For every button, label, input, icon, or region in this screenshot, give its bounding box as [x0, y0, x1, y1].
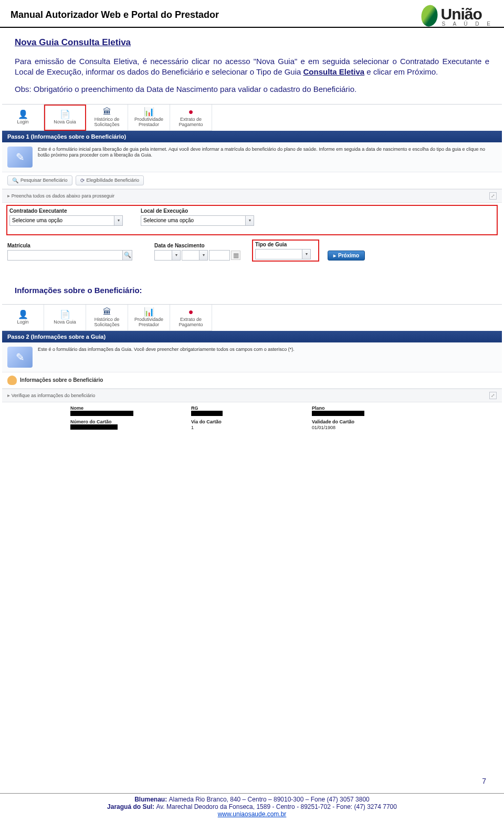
form-icon: ✎ [7, 147, 33, 168]
section-bar-preencha[interactable]: ▸ Preencha todos os dados abaixo para pr… [2, 189, 502, 203]
data-grid-row1: Nome RG Plano [2, 402, 502, 418]
value-via-cartao: 1 [191, 425, 265, 430]
toolbar-nova-guia[interactable]: 📄 Nova Guia [44, 305, 86, 331]
info-row: ✎ Este é o formulário inicial para liber… [2, 142, 502, 172]
redacted-rg [191, 411, 223, 416]
btn-pesquisar-beneficiario[interactable]: 🔍 Pesquisar Beneficiário [7, 175, 72, 185]
search-icon[interactable]: 🔍 [123, 250, 132, 261]
paragraph-2: Obs: Obrigatório o preenchimento da Data… [15, 84, 489, 95]
highlight-contratado-local: Contratado Executante ▾ Local de Execuçã… [6, 205, 498, 235]
archive-icon: 🏛 [103, 107, 111, 117]
select-local-input[interactable] [141, 215, 246, 226]
logo-main: União [441, 5, 482, 23]
select-mes[interactable]: ▾ [182, 250, 208, 261]
footer-line-1: Blumenau: Alameda Rio Branco, 840 – Cent… [0, 796, 504, 803]
p1-c: e clicar em Próximo. [364, 67, 438, 76]
redacted-numero-cartao [70, 424, 118, 430]
redacted-plano [312, 411, 364, 416]
screenshot-2: 👤 Login 📄 Nova Guia 🏛 Histórico de Solic… [2, 304, 502, 432]
label-tipo-guia: Tipo de Guia [255, 242, 316, 247]
dot-icon: ● [188, 307, 194, 317]
footer-city-2: Jaraguá do Sul: [107, 803, 156, 810]
chevron-right-icon: ▸ [7, 392, 12, 398]
chart-icon: 📊 [144, 307, 154, 317]
label-validade-cartao: Validade do Cartão [312, 419, 385, 424]
data-grid-row2: Número do Cartão Via do Cartão 1 Validad… [2, 418, 502, 432]
chevron-down-icon: ▾ [246, 215, 254, 226]
toolbar-produtividade[interactable]: 📊 Produtividade Prestador [128, 305, 170, 331]
step-banner-2: Passo 2 (Informações sobre a Guia) [2, 331, 502, 342]
label-plano: Plano [312, 405, 385, 411]
document-icon: 📄 [60, 310, 70, 319]
btn-label: Pesquisar Beneficiário [20, 178, 68, 183]
label-via-cartao: Via do Cartão [191, 419, 265, 424]
toolbar-historico[interactable]: 🏛 Histórico de Solicitações [86, 305, 128, 331]
toolbar-nova-guia[interactable]: 📄 Nova Guia [44, 105, 86, 131]
toolbar-login[interactable]: 👤 Login [2, 305, 44, 331]
doc-header: Manual Autorizador Web e Portal do Prest… [0, 0, 504, 28]
redacted-nome [70, 411, 133, 416]
search-icon: 🔍 [12, 178, 18, 183]
label-local: Local de Execução [141, 208, 261, 214]
toolbar-extrato[interactable]: ● Extrato de Pagamento [170, 305, 212, 331]
btn-proximo-label: Próximo [338, 253, 359, 258]
toolbar-label: Extrato de Pagamento [178, 317, 203, 328]
select-dia[interactable]: ▾ [154, 250, 181, 261]
benef-header: Informações sobre o Beneficiário [2, 372, 502, 389]
sub-heading-beneficiario: Informações sobre o Beneficiário: [0, 286, 504, 295]
toolbar-historico[interactable]: 🏛 Histórico de Solicitações [86, 105, 128, 131]
input-ano[interactable] [209, 250, 230, 261]
form-area-1: Contratado Executante ▾ Local de Execuçã… [2, 203, 502, 271]
sub-toolbar: 🔍 Pesquisar Beneficiário ⟳ Elegibilidade… [2, 172, 502, 189]
toolbar-2: 👤 Login 📄 Nova Guia 🏛 Histórico de Solic… [2, 305, 502, 331]
label-numero-cartao: Número do Cartão [70, 419, 144, 424]
section-bar-label: Preencha todos os dados abaixo para pros… [12, 193, 114, 199]
input-matricula[interactable] [7, 250, 123, 261]
expand-icon[interactable]: ⤢ [489, 192, 497, 200]
select-contratado[interactable]: ▾ [9, 215, 130, 226]
user-icon: 👤 [18, 310, 28, 319]
toolbar: 👤 Login 📄 Nova Guia 🏛 Histórico de Solic… [2, 105, 502, 131]
btn-proximo[interactable]: ▸ Próximo [328, 251, 365, 261]
calendar-icon[interactable]: ▦ [231, 251, 240, 260]
select-tipo-guia[interactable]: ▾ [255, 249, 316, 259]
person-icon [7, 376, 17, 385]
logo-sub: S A Ú D E [442, 21, 494, 27]
logo: União S A Ú D E [421, 5, 494, 27]
archive-icon: 🏛 [103, 307, 111, 317]
chevron-right-icon: ▸ [7, 193, 12, 199]
user-icon: 👤 [18, 110, 28, 119]
toolbar-label: Histórico de Solicitações [94, 317, 119, 328]
info-text: Este é o formulário inicial para liberaç… [38, 147, 497, 159]
footer-line-2: Jaraguá do Sul: Av. Marechal Deodoro da … [0, 803, 504, 810]
toolbar-login[interactable]: 👤 Login [2, 105, 44, 131]
document-icon: 📄 [60, 110, 70, 119]
toolbar-produtividade[interactable]: 📊 Produtividade Prestador [128, 105, 170, 131]
value-validade-cartao: 01/01/1908 [312, 425, 385, 430]
label-data-nascimento: Data de Nascimento [154, 243, 244, 248]
section-bar-verifique[interactable]: ▸ Verifique as informações do beneficiár… [2, 389, 502, 402]
btn-elegibilidade[interactable]: ⟳ Elegibilidade Beneficiário [76, 175, 144, 185]
section-bar-label: Verifique as informações do beneficiário [12, 393, 96, 398]
toolbar-label: Produtividade Prestador [134, 317, 163, 328]
step-banner-1: Passo 1 (Informações sobre o Beneficiári… [2, 131, 502, 142]
doc-title: Manual Autorizador Web e Portal do Prest… [10, 5, 219, 20]
label-matricula: Matrícula [7, 243, 144, 248]
section-heading: Nova Guia Consulta Eletiva [15, 37, 489, 48]
footer-link[interactable]: www.uniaosaude.com.br [218, 810, 287, 818]
chevron-down-icon: ▾ [172, 250, 181, 261]
select-contratado-input[interactable] [9, 215, 114, 226]
chevron-down-icon: ▾ [114, 215, 123, 226]
expand-icon[interactable]: ⤢ [489, 392, 497, 399]
body-text: Nova Guia Consulta Eletiva Para emissão … [0, 37, 504, 95]
p1-b: Consulta Eletiva [303, 67, 365, 76]
toolbar-label: Histórico de Solicitações [94, 117, 119, 128]
info-row-2: ✎ Este é o formulário das informações da… [2, 342, 502, 372]
toolbar-extrato[interactable]: ● Extrato de Pagamento [170, 105, 212, 131]
chevron-down-icon: ▾ [302, 249, 311, 259]
dot-icon: ● [188, 107, 194, 117]
select-local[interactable]: ▾ [141, 215, 261, 226]
leaf-icon [419, 4, 439, 28]
form-icon: ✎ [7, 347, 33, 368]
page-number: 7 [482, 777, 486, 785]
